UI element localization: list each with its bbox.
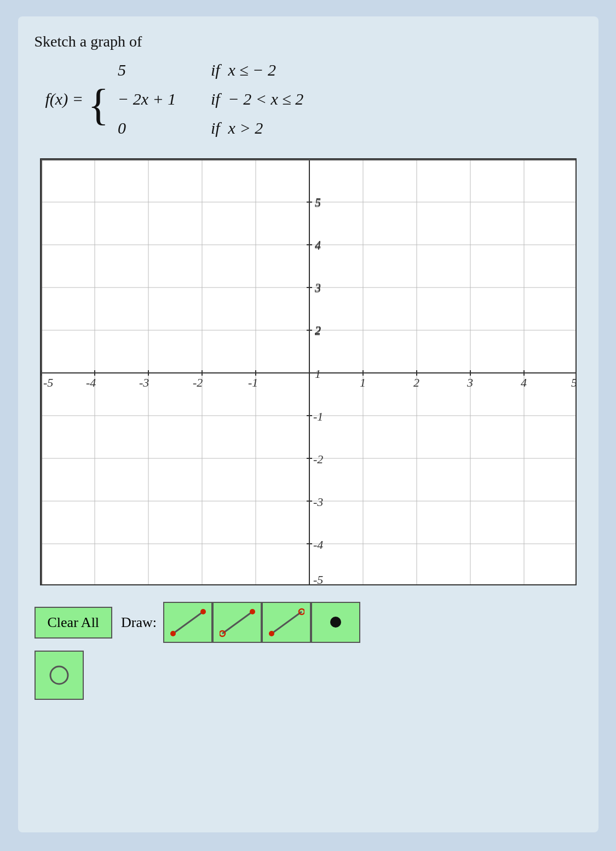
case-2-expr: − 2x + 1 — [118, 85, 194, 113]
graph-area[interactable]: .grid-line { stroke: #bbb; stroke-width:… — [40, 158, 577, 585]
svg-text:5: 5 — [571, 376, 577, 389]
piecewise-function: f(x) = { 5 if x ≤ − 2 − 2x + 1 if − 2 < … — [45, 56, 582, 142]
svg-point-72 — [200, 609, 206, 614]
draw-tool-open-right[interactable] — [262, 602, 311, 643]
svg-text:-2: -2 — [193, 376, 203, 389]
svg-point-77 — [269, 631, 274, 636]
svg-point-75 — [250, 609, 255, 614]
svg-text:-3: -3 — [313, 495, 323, 509]
svg-text:-1: -1 — [248, 376, 258, 389]
draw-tool-point[interactable] — [311, 602, 360, 643]
svg-line-76 — [272, 612, 302, 634]
graph-svg: .grid-line { stroke: #bbb; stroke-width:… — [41, 159, 577, 585]
svg-text:4: 4 — [315, 239, 321, 252]
svg-text:-2: -2 — [313, 452, 323, 466]
svg-text:1: 1 — [315, 367, 321, 381]
svg-text:-1: -1 — [313, 410, 323, 423]
svg-text:3: 3 — [314, 281, 321, 295]
clear-all-button[interactable]: Clear All — [34, 607, 113, 639]
main-card: Sketch a graph of f(x) = { 5 if x ≤ − 2 … — [18, 16, 598, 832]
case-3-cond: if x > 2 — [211, 114, 263, 142]
svg-text:5: 5 — [315, 196, 321, 210]
svg-line-73 — [222, 612, 252, 634]
svg-text:2: 2 — [413, 376, 419, 389]
case-1-cond: if x ≤ − 2 — [211, 56, 276, 84]
svg-point-80 — [50, 666, 68, 684]
svg-text:-3: -3 — [139, 376, 149, 389]
svg-point-71 — [170, 631, 176, 636]
svg-text:-4: -4 — [313, 538, 323, 551]
draw-tool-solid-line[interactable] — [163, 602, 212, 643]
svg-text:-5: -5 — [43, 376, 53, 389]
svg-text:1: 1 — [360, 376, 366, 389]
cases-block: 5 if x ≤ − 2 − 2x + 1 if − 2 < x ≤ 2 0 i… — [118, 56, 303, 142]
case-3-expr: 0 — [118, 114, 194, 142]
brace-icon: { — [88, 83, 109, 127]
svg-text:3: 3 — [467, 376, 473, 389]
draw-tool-open-left[interactable] — [212, 602, 262, 643]
draw-label: Draw: — [121, 614, 157, 631]
svg-text:4: 4 — [521, 376, 527, 389]
svg-line-70 — [173, 612, 203, 634]
case-1: 5 if x ≤ − 2 — [118, 56, 303, 84]
toolbar: Clear All Draw: — [34, 602, 582, 643]
case-2: − 2x + 1 if − 2 < x ≤ 2 — [118, 85, 303, 113]
svg-text:-4: -4 — [86, 376, 96, 389]
svg-text:2: 2 — [315, 324, 321, 338]
draw-tools — [163, 602, 360, 643]
fx-label: f(x) = — [45, 85, 84, 113]
svg-point-79 — [330, 617, 341, 628]
case-2-cond: if − 2 < x ≤ 2 — [211, 85, 303, 113]
case-1-expr: 5 — [118, 56, 194, 84]
problem-title: Sketch a graph of — [34, 33, 582, 50]
open-circle-tool-button[interactable] — [34, 651, 84, 700]
case-3: 0 if x > 2 — [118, 114, 303, 142]
svg-text:-5: -5 — [313, 573, 323, 585]
